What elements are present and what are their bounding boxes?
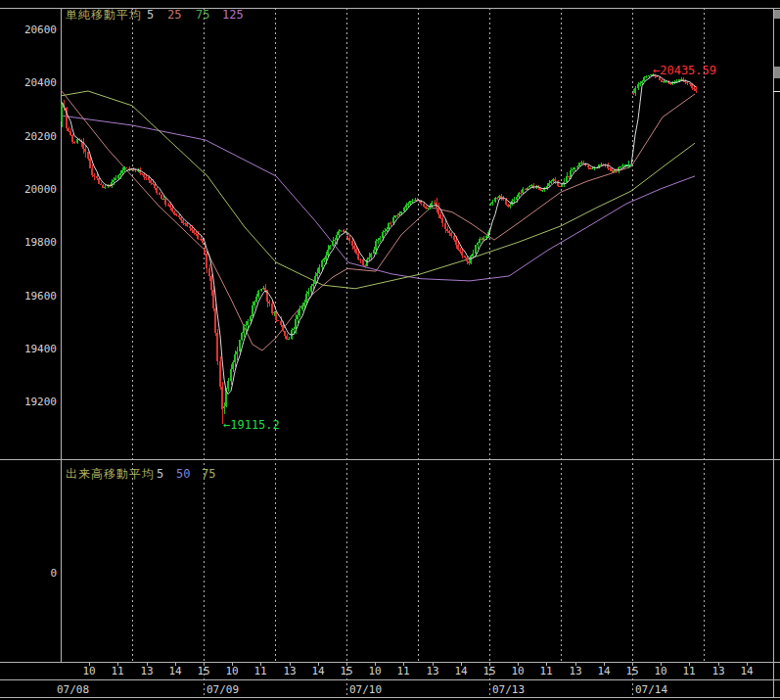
y-axis-label: 20000: [24, 183, 57, 196]
hour-label: 10: [82, 665, 95, 677]
y-axis-label: 20200: [24, 130, 57, 143]
hour-label: 13: [711, 665, 724, 677]
hour-label: 11: [396, 665, 409, 677]
ma-param-1: 25: [167, 9, 181, 22]
date-label: 07/09: [206, 683, 239, 696]
hour-label: 11: [111, 665, 123, 677]
vol-param-0: 5: [157, 468, 163, 481]
vol-param-1: 50: [176, 468, 190, 481]
hour-label: 14: [740, 665, 754, 677]
stock-chart-window: 2060020400202002000019800196001940019200…: [0, 0, 780, 700]
y-axis-label: 19400: [24, 343, 57, 355]
hour-label: 15: [197, 665, 209, 677]
low-price-annotation: ←19115.2: [223, 419, 280, 432]
hour-label: 11: [253, 665, 266, 677]
hour-label: 13: [426, 665, 438, 677]
hour-label: 10: [368, 665, 381, 677]
y-axis-label: 20600: [24, 23, 57, 36]
date-label: 07/10: [349, 683, 382, 696]
hour-label: 14: [454, 665, 468, 677]
hour-label: 10: [654, 665, 666, 677]
ma-param-2: 75: [196, 9, 209, 22]
hour-label: 13: [569, 665, 581, 677]
hour-label: 14: [168, 665, 182, 677]
chart-canvas[interactable]: 2060020400202002000019800196001940019200…: [0, 0, 780, 700]
hour-label: 15: [625, 665, 638, 677]
hour-label: 13: [283, 665, 296, 677]
hour-label: 10: [511, 665, 524, 677]
y-axis-label: 19800: [24, 236, 57, 249]
vol-param-2: 75: [202, 468, 215, 481]
y-axis-label: 20400: [24, 76, 57, 89]
high-price-annotation: ←20435.59: [653, 65, 716, 77]
ma-param-0: 5: [147, 9, 154, 22]
hour-label: 13: [140, 665, 153, 677]
hour-label: 15: [340, 665, 352, 677]
volume-indicator-title: 出来高移動平均: [66, 468, 155, 481]
ma-param-3: 125: [222, 9, 244, 22]
date-label: 07/13: [492, 683, 525, 696]
y-axis-label: 19200: [24, 396, 57, 408]
hour-label: 15: [482, 665, 495, 677]
date-label: 07/08: [57, 683, 89, 696]
scrollbar-arrow[interactable]: [774, 10, 780, 19]
hour-label: 14: [597, 665, 611, 677]
y-axis-label: 19600: [24, 290, 57, 303]
volume-plot-area[interactable]: [61, 460, 773, 662]
hour-label: 11: [682, 665, 695, 677]
main-indicator-title: 単純移動平均: [66, 9, 142, 22]
volume-zero-label: 0: [29, 567, 57, 580]
hour-label: 10: [225, 665, 238, 677]
scrollbar-thumb[interactable]: [774, 67, 780, 78]
hour-label: 11: [539, 665, 552, 677]
date-label: 07/14: [635, 683, 667, 696]
hour-label: 14: [311, 665, 325, 677]
